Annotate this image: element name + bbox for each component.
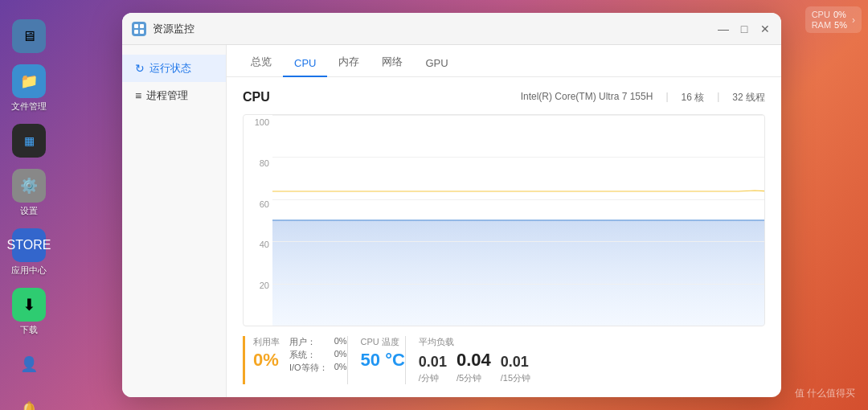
cpu-mini-label: CPU [812, 10, 830, 19]
ram-mini-label: RAM [812, 20, 831, 30]
cpu-cores: 16 核 [682, 91, 705, 105]
tab-cpu[interactable]: CPU [283, 51, 327, 77]
grid-line-60 [272, 199, 764, 200]
load-1min-value: 0.01 [419, 354, 447, 371]
chart-y-axis: 100 80 60 40 20 [244, 115, 272, 326]
user-label: 用户： [289, 336, 316, 348]
tab-overview[interactable]: 总览 [240, 48, 283, 77]
titlebar: 资源监控 — □ ✕ [122, 13, 781, 45]
app-icon [132, 22, 146, 36]
grid-line-80 [272, 157, 764, 158]
cpu-header: CPU Intel(R) Core(TM) Ultra 7 155H | 16 … [243, 90, 765, 105]
load-section: 平均负载 0.01 /分钟 0.04 /5分钟 [405, 336, 530, 384]
utilization-details: 用户： 0% 系统： 0% I/O等待： 0% [289, 336, 347, 374]
desktop-sidebar: 🖥 📁 文件管理 ▦ ⚙️ 设置 STORE 应用中心 ⬇ 下载 👤 [0, 0, 58, 410]
grid-line-top [272, 115, 764, 116]
temp-value: 50 °C [361, 350, 405, 371]
load-1min-period: /分钟 [419, 372, 447, 384]
desktop-icon-resource[interactable]: ▦ [9, 121, 49, 161]
load-5min-value: 0.04 [457, 350, 491, 371]
desktop-icon-download-label: 下载 [20, 324, 38, 336]
tabs-bar: 总览 CPU 内存 网络 GPU [227, 45, 781, 77]
user-value: 0% [334, 336, 347, 348]
utilization-value: 0% [253, 350, 280, 371]
chart-svg [272, 115, 764, 326]
cpu-title: CPU [243, 90, 270, 105]
resource-monitor-window: 资源监控 — □ ✕ ↻ 运行状态 ≡ 进程管理 总览 CPU 内 [122, 13, 781, 397]
cpu-content: CPU Intel(R) Core(TM) Ultra 7 155H | 16 … [227, 77, 781, 397]
ram-mini-value: 5% [834, 20, 847, 30]
cpu-mini-value: 0% [833, 10, 846, 19]
io-wait-line [272, 191, 764, 191]
io-value: 0% [334, 362, 347, 374]
y-label-80: 80 [244, 159, 269, 168]
bottom-stats: 利用率 0% 用户： 0% 系统： 0% [243, 336, 765, 384]
main-content: 总览 CPU 内存 网络 GPU CPU Intel(R) Core(TM) U… [227, 45, 781, 397]
y-label-60: 60 [244, 200, 269, 209]
close-button[interactable]: ✕ [759, 23, 772, 35]
load-label: 平均负载 [419, 336, 530, 348]
temp-label: CPU 温度 [361, 336, 405, 348]
cpu-chart: 100 80 60 40 20 [243, 114, 765, 326]
window-controls: — □ ✕ [717, 23, 772, 35]
svg-rect-3 [140, 30, 144, 34]
nav-item-process[interactable]: ≡ 进程管理 [122, 82, 226, 109]
cpu-mini-stat: CPU 0% [812, 10, 847, 19]
cpu-usage-area [272, 220, 764, 326]
maximize-button[interactable]: □ [738, 23, 751, 35]
temperature-section: CPU 温度 50 °C [347, 336, 405, 384]
desktop-icon-monitor[interactable]: 🖥 [9, 16, 49, 56]
cpu-threads: 32 线程 [732, 91, 765, 105]
grid-line-40 [272, 241, 764, 242]
grid-line-20 [272, 284, 764, 285]
separator-2: | [717, 91, 719, 105]
mini-stats-chevron-icon: › [852, 14, 855, 26]
tab-gpu[interactable]: GPU [414, 51, 459, 77]
minimize-button[interactable]: — [717, 23, 730, 35]
window-title: 资源监控 [153, 22, 194, 36]
desktop-icon-store-label: 应用中心 [11, 264, 47, 277]
ram-mini-stat: RAM 5% [812, 20, 847, 30]
desktop-icon-files[interactable]: 📁 文件管理 [8, 61, 50, 116]
desktop-icon-user[interactable]: 👤 [9, 344, 49, 384]
cpu-info: Intel(R) Core(TM) Ultra 7 155H | 16 核 | … [521, 91, 765, 105]
system-stat-row: 系统： 0% [289, 349, 347, 361]
load-15min: 0.01 /15分钟 [501, 354, 530, 384]
runtime-icon: ↻ [135, 62, 145, 75]
left-nav: ↻ 运行状态 ≡ 进程管理 [122, 45, 227, 397]
desktop-icon-bell[interactable]: 🔔 [9, 389, 49, 410]
load-15min-value: 0.01 [501, 354, 530, 371]
desktop-icon-files-label: 文件管理 [11, 100, 47, 113]
watermark: 值 什么值得买 [795, 387, 855, 400]
desktop-icon-download[interactable]: ⬇ 下载 [9, 285, 49, 339]
io-label: I/O等待： [289, 362, 328, 374]
tab-memory[interactable]: 内存 [327, 48, 371, 77]
chart-plot-area [272, 115, 764, 326]
cpu-model: Intel(R) Core(TM) Ultra 7 155H [521, 91, 653, 105]
grid-line-bottom [272, 326, 764, 326]
load-5min: 0.04 /5分钟 [457, 350, 491, 384]
desktop-icon-store[interactable]: STORE 应用中心 [8, 225, 50, 280]
nav-item-process-label: 进程管理 [146, 88, 188, 103]
window-body: ↻ 运行状态 ≡ 进程管理 总览 CPU 内存 网络 GPU CPU [122, 45, 781, 397]
mini-stats-content: CPU 0% RAM 5% [812, 10, 847, 30]
svg-rect-1 [140, 24, 144, 28]
load-items: 0.01 /分钟 0.04 /5分钟 0.01 /15分钟 [419, 350, 530, 384]
mini-stats-panel[interactable]: CPU 0% RAM 5% › [805, 6, 862, 33]
y-label-100: 100 [244, 118, 269, 127]
nav-item-runtime-label: 运行状态 [149, 61, 191, 76]
svg-rect-2 [134, 30, 138, 34]
process-icon: ≡ [135, 89, 141, 102]
load-5min-period: /5分钟 [457, 372, 491, 384]
y-label-40: 40 [244, 240, 269, 249]
y-label-20: 20 [244, 281, 269, 290]
system-value: 0% [334, 349, 347, 361]
desktop-icon-settings-label: 设置 [20, 205, 38, 217]
utilization-label: 利用率 [253, 336, 280, 348]
user-stat-row: 用户： 0% [289, 336, 347, 348]
nav-item-runtime[interactable]: ↻ 运行状态 [122, 55, 226, 82]
load-15min-period: /15分钟 [501, 372, 530, 384]
desktop-icon-settings[interactable]: ⚙️ 设置 [9, 166, 49, 220]
tab-network[interactable]: 网络 [371, 48, 414, 77]
svg-rect-0 [134, 24, 138, 28]
